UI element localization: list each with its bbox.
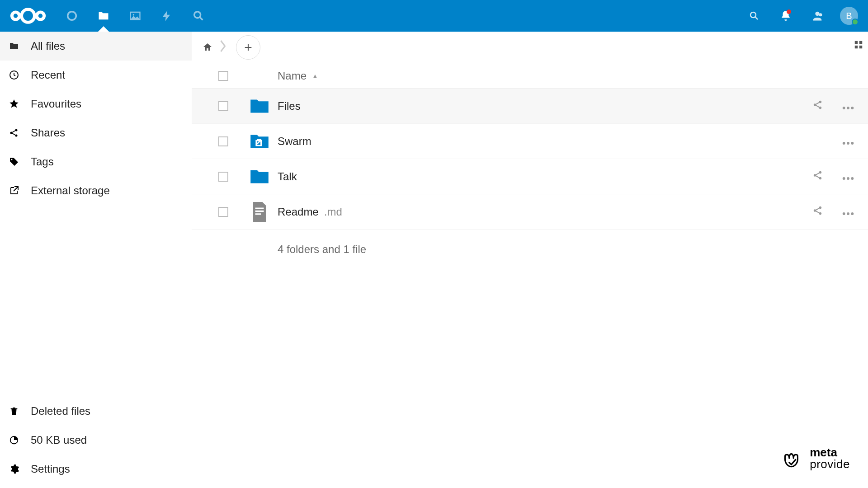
file-row[interactable]: Talk — [192, 159, 868, 194]
view-toggle-icon[interactable] — [854, 40, 863, 52]
notifications-icon[interactable] — [777, 7, 795, 25]
watermark-line2: provide — [810, 458, 850, 470]
svg-line-9 — [755, 17, 758, 19]
share-icon — [8, 127, 20, 138]
folder-icon — [8, 41, 20, 52]
nextcloud-logo[interactable] — [9, 7, 47, 25]
svg-point-5 — [133, 14, 135, 16]
new-button[interactable]: + — [236, 35, 260, 60]
nav-photos[interactable] — [119, 0, 151, 32]
file-name[interactable]: Swarm — [278, 135, 842, 148]
app-nav — [56, 0, 214, 32]
svg-point-33 — [843, 177, 845, 180]
trash-icon — [8, 406, 20, 416]
file-row[interactable]: Readme.md — [192, 194, 868, 230]
sidebar-top: All files Recent Favourites Shares Tags … — [0, 32, 192, 397]
status-online-dot — [852, 19, 859, 25]
column-header-name[interactable]: Name ▲ — [278, 70, 854, 82]
nav-search-app[interactable] — [183, 0, 214, 32]
breadcrumb-separator — [219, 39, 227, 56]
sidebar-item-favourites[interactable]: Favourites — [0, 89, 192, 118]
sidebar-item-label: Deleted files — [31, 405, 90, 418]
breadcrumb-home[interactable] — [201, 41, 214, 54]
svg-point-27 — [843, 142, 845, 145]
sidebar-item-external-storage[interactable]: External storage — [0, 176, 192, 205]
svg-rect-18 — [855, 46, 858, 48]
svg-point-14 — [11, 159, 13, 160]
sidebar-item-quota[interactable]: 50 KB used — [0, 426, 192, 455]
sidebar-item-label: Favourites — [31, 98, 81, 110]
svg-point-34 — [847, 177, 849, 180]
file-type-icon — [241, 169, 278, 185]
sidebar-bottom: Deleted files 50 KB used Settings — [0, 397, 192, 488]
row-checkbox[interactable] — [205, 207, 241, 217]
app-header: B — [0, 0, 868, 32]
watermark-logo: meta provide — [781, 446, 850, 470]
svg-point-39 — [843, 212, 845, 215]
sidebar-item-label: Recent — [31, 69, 65, 81]
more-icon[interactable] — [842, 100, 854, 113]
svg-point-41 — [851, 212, 854, 215]
user-avatar[interactable]: B — [840, 7, 858, 25]
row-checkbox[interactable] — [205, 172, 241, 182]
svg-point-6 — [194, 12, 201, 18]
sidebar-item-tags[interactable]: Tags — [0, 147, 192, 176]
file-row[interactable]: Swarm — [192, 124, 868, 159]
file-list: FilesSwarmTalkReadme.md — [192, 89, 868, 230]
svg-point-2 — [37, 12, 44, 19]
sidebar-item-label: External storage — [31, 184, 110, 197]
search-icon[interactable] — [745, 7, 763, 25]
row-checkbox[interactable] — [205, 101, 241, 111]
nav-files[interactable] — [88, 0, 119, 32]
pie-icon — [8, 435, 20, 445]
sidebar-item-label: Shares — [31, 127, 65, 139]
svg-line-7 — [200, 18, 203, 20]
more-icon[interactable] — [842, 206, 854, 218]
svg-point-28 — [847, 142, 849, 145]
select-all-checkbox[interactable] — [205, 71, 241, 81]
file-summary: 4 folders and 1 file — [192, 230, 868, 256]
sort-asc-icon: ▲ — [312, 72, 318, 80]
sidebar-item-all-files[interactable]: All files — [0, 32, 192, 61]
avatar-initial: B — [846, 11, 852, 21]
svg-point-1 — [22, 9, 35, 23]
svg-point-0 — [12, 12, 19, 19]
svg-point-29 — [851, 142, 854, 145]
sidebar: All files Recent Favourites Shares Tags … — [0, 32, 192, 488]
nav-dashboard[interactable] — [56, 0, 88, 32]
share-icon[interactable] — [812, 205, 824, 219]
header-right: B — [745, 7, 863, 25]
breadcrumb-row: + — [192, 32, 868, 63]
row-checkbox[interactable] — [205, 136, 241, 146]
more-icon[interactable] — [842, 170, 854, 183]
tag-icon — [8, 156, 20, 167]
svg-rect-16 — [855, 41, 858, 44]
more-icon[interactable] — [842, 135, 854, 148]
table-header: Name ▲ — [192, 63, 868, 89]
contacts-icon[interactable] — [808, 7, 826, 25]
sidebar-item-label: Tags — [31, 155, 54, 168]
svg-point-3 — [68, 12, 76, 20]
sidebar-item-settings[interactable]: Settings — [0, 455, 192, 483]
star-icon — [8, 99, 20, 109]
main-content: + Name ▲ FilesSwarmTalkReadme.md 4 folde… — [192, 32, 868, 488]
nav-activity[interactable] — [151, 0, 183, 32]
share-icon[interactable] — [812, 99, 824, 113]
sidebar-item-recent[interactable]: Recent — [0, 61, 192, 89]
svg-point-23 — [843, 107, 845, 109]
sidebar-item-label: All files — [31, 40, 65, 52]
watermark-line1: meta — [810, 446, 850, 458]
file-type-icon — [241, 98, 278, 114]
svg-point-8 — [750, 12, 756, 18]
file-name[interactable]: Talk — [278, 170, 812, 183]
sidebar-item-label: Settings — [31, 463, 70, 475]
sidebar-item-shares[interactable]: Shares — [0, 118, 192, 147]
share-icon[interactable] — [812, 169, 824, 184]
file-row[interactable]: Files — [192, 89, 868, 124]
sidebar-item-deleted[interactable]: Deleted files — [0, 397, 192, 426]
file-name[interactable]: Readme.md — [278, 206, 812, 218]
file-type-icon — [241, 202, 278, 222]
file-name[interactable]: Files — [278, 100, 812, 113]
notification-dot — [787, 9, 791, 14]
body: All files Recent Favourites Shares Tags … — [0, 32, 868, 488]
